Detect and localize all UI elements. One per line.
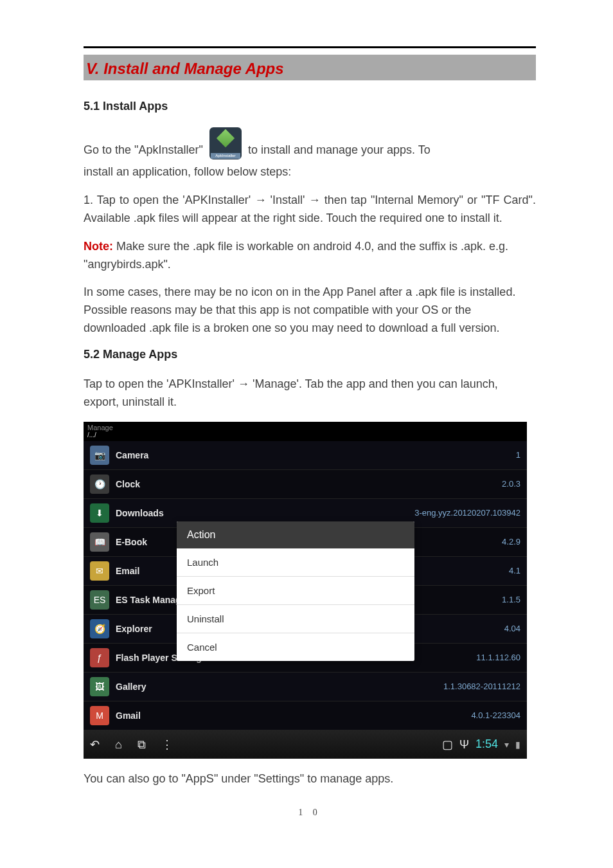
- p1b: to install and manage your apps. To: [248, 141, 431, 159]
- step-1: 1. Tap to open the 'APKInstaller' → 'Ins…: [84, 192, 536, 228]
- app-row[interactable]: MGmail4.0.1-223304: [84, 701, 527, 730]
- p5: You can also go to "AppS" under "Setting…: [84, 770, 536, 788]
- app-version: 4.04: [504, 624, 520, 633]
- app-version: 4.2.9: [502, 537, 520, 547]
- recents-icon[interactable]: ⧉: [138, 739, 146, 750]
- note-body: Make sure the .apk file is workable on a…: [84, 240, 508, 271]
- app-version: 1: [516, 450, 520, 460]
- section-title: V. Install and Manage Apps: [86, 60, 284, 77]
- android-path: /.../: [84, 431, 527, 441]
- app-icon: 📷: [90, 446, 109, 465]
- heading-install-apps: 5.1 Install Apps: [84, 100, 536, 113]
- p4: Tap to open the 'APKInstaller' → 'Manage…: [84, 375, 536, 411]
- app-version: 4.0.1-223304: [471, 710, 520, 720]
- p1a: Go to the "ApkInstaller": [84, 141, 203, 159]
- page-number: 1 0: [84, 808, 536, 818]
- app-version: 11.1.112.60: [476, 653, 520, 662]
- android-screenshot: Manage /.../ 📷Camera1🕐Clock2.0.3⬇Downloa…: [84, 422, 527, 759]
- app-icon: ƒ: [90, 648, 109, 667]
- app-version: 1.1.5: [502, 595, 520, 604]
- action-export[interactable]: Export: [177, 577, 414, 605]
- app-icon: 🧭: [90, 619, 109, 638]
- app-icon: ✉: [90, 561, 109, 581]
- app-name: Downloads: [116, 508, 414, 518]
- p1c: install an application, follow below ste…: [84, 165, 291, 178]
- app-name: Gallery: [116, 682, 443, 692]
- status-clock: 1:54: [475, 737, 498, 751]
- app-name: Camera: [116, 450, 516, 460]
- action-cancel[interactable]: Cancel: [177, 633, 414, 661]
- app-version: 3-eng.yyz.20120207.103942: [414, 508, 520, 518]
- app-icon: M: [90, 706, 109, 725]
- action-popup: Action Launch Export Uninstall Cancel: [177, 521, 414, 661]
- app-row[interactable]: 📷Camera1: [84, 441, 527, 470]
- action-popup-title: Action: [177, 521, 414, 548]
- home-icon[interactable]: ⌂: [115, 739, 122, 750]
- app-name: Gmail: [116, 710, 471, 721]
- p3: In some cases, there may be no icon on i…: [84, 284, 536, 338]
- note-label: Note:: [84, 240, 113, 253]
- app-icon: 📖: [90, 532, 109, 552]
- app-version: 4.1: [509, 566, 520, 575]
- app-name: Clock: [116, 479, 502, 489]
- app-icon: ⬇: [90, 503, 109, 523]
- menu-icon[interactable]: ⋮: [161, 739, 173, 750]
- battery-icon: ▮: [515, 739, 520, 750]
- action-launch[interactable]: Launch: [177, 548, 414, 577]
- app-version: 2.0.3: [502, 479, 520, 489]
- back-icon[interactable]: ↶: [90, 739, 100, 750]
- android-navbar: ↶ ⌂ ⧉ ⋮ ▢ Ψ 1:54 ▾ ▮: [84, 730, 527, 759]
- apkinstaller-icon-label: ApkInstaller: [211, 153, 240, 159]
- usb-icon: Ψ: [459, 739, 469, 750]
- section-header: V. Install and Manage Apps: [84, 55, 536, 80]
- wifi-icon: ▾: [504, 739, 509, 750]
- android-manage-title: Manage: [84, 422, 527, 431]
- screenshot-icon: ▢: [442, 739, 453, 750]
- apkinstaller-icon: ApkInstaller: [209, 127, 242, 159]
- note-paragraph: Note: Make sure the .apk file is workabl…: [84, 238, 536, 274]
- app-row[interactable]: 🖼Gallery1.1.30682-20111212: [84, 673, 527, 701]
- action-uninstall[interactable]: Uninstall: [177, 605, 414, 633]
- app-icon: ES: [90, 590, 109, 610]
- app-icon: 🖼: [90, 677, 109, 696]
- app-row[interactable]: 🕐Clock2.0.3: [84, 470, 527, 499]
- app-version: 1.1.30682-20111212: [443, 682, 520, 691]
- app-icon: 🕐: [90, 475, 109, 494]
- app-list: 📷Camera1🕐Clock2.0.3⬇Downloads3-eng.yyz.2…: [84, 441, 527, 730]
- heading-manage-apps: 5.2 Manage Apps: [84, 348, 536, 361]
